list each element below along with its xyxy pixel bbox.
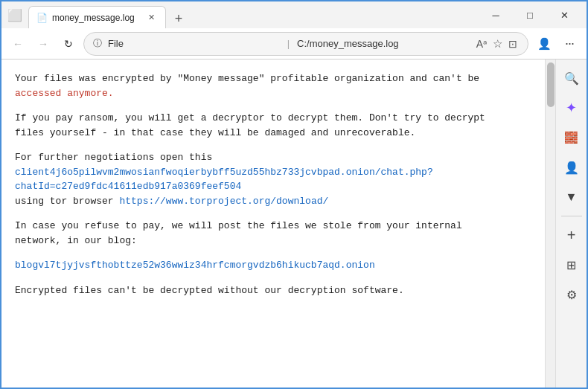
- sidebar-search-icon[interactable]: 🔍: [559, 65, 584, 91]
- paragraph-3: For further negotiations open this clien…: [15, 150, 531, 208]
- line-10: network, in our blog:: [15, 235, 137, 246]
- tor-link[interactable]: https://www.torproject.org/download/: [119, 196, 328, 207]
- scrollbar[interactable]: [545, 60, 555, 389]
- active-tab[interactable]: 📄 money_message.log ✕: [28, 6, 166, 28]
- line-3: If you pay ransom, you will get a decryp…: [15, 112, 485, 123]
- line-8: using tor browser https://www.torproject…: [15, 196, 328, 207]
- main-area: Your files was encrypted by "Money messa…: [1, 60, 587, 389]
- sidebar-wallet-icon[interactable]: 🧱: [559, 125, 584, 150]
- browser-icon: ⬜: [7, 8, 22, 22]
- maximize-button[interactable]: □: [514, 4, 546, 25]
- sidebar-copilot-icon[interactable]: ✦: [559, 95, 584, 120]
- address-bar: ← → ↻ ⓘ File | C:/money_message.log Aᵃ ☆…: [1, 28, 587, 60]
- right-panel: 🔍 ✦ 🧱 👤 ▼ + ⊞ ⚙: [555, 60, 587, 389]
- window-controls: ─ □ ✕: [479, 4, 581, 25]
- sidebar-add-icon[interactable]: +: [559, 222, 584, 248]
- line-1: Your files was encrypted by "Money messa…: [15, 73, 479, 84]
- sidebar-profile-icon[interactable]: 👤: [559, 155, 584, 180]
- minimize-button[interactable]: ─: [479, 4, 512, 25]
- line-4: files yourself - in that case they will …: [15, 127, 415, 138]
- paragraph-2: If you pay ransom, you will get a decryp…: [15, 111, 531, 140]
- forward-button[interactable]: →: [33, 33, 54, 54]
- tab-file-icon: 📄: [36, 13, 48, 23]
- paragraph-4: In case you refuse to pay, we will post …: [15, 219, 531, 248]
- line-12: Encrypted files can't be decrypted witho…: [15, 285, 404, 296]
- file-label: File: [108, 38, 280, 49]
- url-text: C:/money_message.log: [297, 38, 469, 49]
- paragraph-1: Your files was encrypted by "Money messa…: [15, 71, 531, 100]
- line-9: In case you refuse to pay, we will post …: [15, 220, 462, 231]
- paragraph-6: Encrypted files can't be decrypted witho…: [15, 283, 531, 298]
- favorites-star-icon[interactable]: ☆: [491, 36, 504, 52]
- sidebar-divider: [561, 216, 582, 216]
- collections-icon[interactable]: ⊡: [507, 36, 519, 51]
- more-options-icon[interactable]: ···: [558, 33, 581, 55]
- read-aloud-icon[interactable]: Aᵃ: [475, 36, 488, 51]
- new-tab-button[interactable]: +: [169, 10, 189, 28]
- profile-icon[interactable]: 👤: [533, 33, 555, 55]
- tab-title: money_message.log: [52, 13, 135, 23]
- url-bar[interactable]: ⓘ File | C:/money_message.log Aᵃ ☆ ⊡: [83, 32, 528, 56]
- tab-area: 📄 money_message.log ✕ +: [28, 1, 476, 28]
- toolbar-icons: 👤 ···: [533, 33, 581, 55]
- tab-close-button[interactable]: ✕: [145, 12, 158, 23]
- info-icon: ⓘ: [93, 37, 102, 50]
- sidebar-expand-icon[interactable]: ▼: [559, 184, 584, 210]
- refresh-button[interactable]: ↻: [58, 33, 79, 54]
- line-5: For further negotiations open this: [15, 152, 212, 163]
- address-icons: Aᵃ ☆ ⊡: [475, 36, 519, 52]
- address-separator: |: [287, 38, 290, 49]
- close-button[interactable]: ✕: [548, 4, 581, 25]
- title-bar: ⬜ 📄 money_message.log ✕ + ─ □ ✕: [1, 1, 587, 28]
- scroll-thumb[interactable]: [547, 62, 555, 107]
- line-7: chatId=c27ed9fdc41611edb917a0369feef504: [15, 181, 241, 192]
- line-2: accessed anymore.: [15, 88, 114, 99]
- line-6: client4j6o5pilwvm2mwosianfwoqierbybff5uz…: [15, 167, 433, 178]
- paragraph-5: blogvl7tjyjvsfthobttze52w36wwiz34hrfcmor…: [15, 258, 531, 273]
- blog-link[interactable]: blogvl7tjyjvsfthobttze52w36wwiz34hrfcmor…: [15, 260, 375, 271]
- file-content: Your files was encrypted by "Money messa…: [1, 60, 545, 389]
- sidebar-grid-icon[interactable]: ⊞: [559, 252, 584, 277]
- sidebar-settings-icon[interactable]: ⚙: [559, 282, 584, 307]
- back-button[interactable]: ←: [7, 33, 28, 54]
